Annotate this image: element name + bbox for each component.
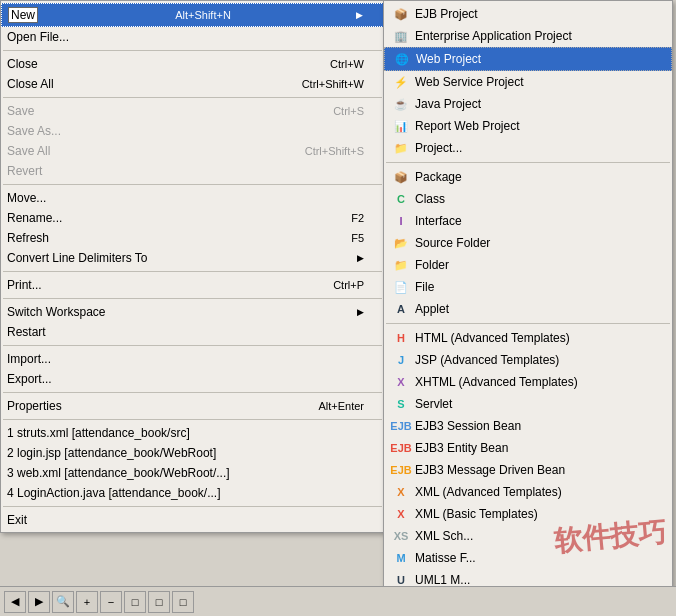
- menu-item-new[interactable]: NewAlt+Shift+N▶: [1, 3, 384, 27]
- menu-item-convert[interactable]: Convert Line Delimiters To▶: [1, 248, 384, 268]
- sourcefolder-icon: 📂: [392, 235, 410, 251]
- project-icon: 📁: [392, 140, 410, 156]
- menu-item-label: Import...: [7, 352, 364, 366]
- toolbar-button-0[interactable]: ◀: [4, 591, 26, 613]
- menu-item-import[interactable]: Import...: [1, 349, 384, 369]
- toolbar-button-2[interactable]: 🔍: [52, 591, 74, 613]
- menu-item-move[interactable]: Move...: [1, 188, 384, 208]
- sub-menu-item-enterprise-app[interactable]: 🏢Enterprise Application Project: [384, 25, 672, 47]
- menu-item-rename[interactable]: Rename...F2: [1, 208, 384, 228]
- ejbmsg-icon: EJB: [392, 462, 410, 478]
- java-icon: ☕: [392, 96, 410, 112]
- sub-menu-item-web-project[interactable]: 🌐Web Project: [384, 47, 672, 71]
- toolbar-button-1[interactable]: ▶: [28, 591, 50, 613]
- menu-item-recent1[interactable]: 1 struts.xml [attendance_book/src]: [1, 423, 384, 443]
- sub-menu-item-ejb-msg[interactable]: EJBEJB3 Message Driven Bean: [384, 459, 672, 481]
- sub-menu-item-label: EJB3 Session Bean: [415, 419, 664, 433]
- menu-item-open-file[interactable]: Open File...: [1, 27, 384, 47]
- toolbar-button-7[interactable]: □: [172, 591, 194, 613]
- sub-menu-item-java-project[interactable]: ☕Java Project: [384, 93, 672, 115]
- sub-menu-item-label: XML (Basic Templates): [415, 507, 664, 521]
- menu-divider: [3, 506, 382, 507]
- sub-menu-item-file[interactable]: 📄File: [384, 276, 672, 298]
- sub-menu-item-xhtml-advanced[interactable]: XXHTML (Advanced Templates): [384, 371, 672, 393]
- menu-divider: [3, 419, 382, 420]
- sub-menu-item-ejb-entity[interactable]: EJBEJB3 Entity Bean: [384, 437, 672, 459]
- menu-item-print[interactable]: Print...Ctrl+P: [1, 275, 384, 295]
- menu-item-recent3[interactable]: 3 web.xml [attendance_book/WebRoot/...]: [1, 463, 384, 483]
- sub-menu-item-applet[interactable]: AApplet: [384, 298, 672, 320]
- menu-item-label: Save: [7, 104, 313, 118]
- sub-menu-item-interface[interactable]: IInterface: [384, 210, 672, 232]
- sub-menu-item-label: HTML (Advanced Templates): [415, 331, 664, 345]
- sub-menu-item-label: XHTML (Advanced Templates): [415, 375, 664, 389]
- sub-menu-item-xml-basic[interactable]: XXML (Basic Templates): [384, 503, 672, 525]
- sub-menu-item-label: Matisse F...: [415, 551, 664, 565]
- sub-menu-item-servlet[interactable]: SServlet: [384, 393, 672, 415]
- sub-menu-item-label: EJB3 Entity Bean: [415, 441, 664, 455]
- menu-item-recent4[interactable]: 4 LoginAction.java [attendance_book/...]: [1, 483, 384, 503]
- sub-menu-item-label: Web Project: [416, 52, 663, 66]
- menu-item-restart[interactable]: Restart: [1, 322, 384, 342]
- menu-item-close[interactable]: CloseCtrl+W: [1, 54, 384, 74]
- sub-menu-item-folder[interactable]: 📁Folder: [384, 254, 672, 276]
- menu-divider: [3, 298, 382, 299]
- sub-menu-item-label: UML1 M...: [415, 573, 664, 587]
- web-icon: 🌐: [393, 51, 411, 67]
- sub-menu-item-label: Source Folder: [415, 236, 664, 250]
- menu-item-label: Open File...: [7, 30, 364, 44]
- sub-menu-item-matisse[interactable]: MMatisse F...: [384, 547, 672, 569]
- menu-item-exit[interactable]: Exit: [1, 510, 384, 530]
- menu-item-label: Convert Line Delimiters To: [7, 251, 349, 265]
- toolbar-button-5[interactable]: □: [124, 591, 146, 613]
- toolbar-button-3[interactable]: +: [76, 591, 98, 613]
- main-menu: NewAlt+Shift+N▶Open File...CloseCtrl+WCl…: [0, 0, 385, 533]
- sub-menu-item-xml-advanced[interactable]: XXML (Advanced Templates): [384, 481, 672, 503]
- submenu-arrow-icon: ▶: [357, 307, 364, 317]
- sub-menu-item-class[interactable]: CClass: [384, 188, 672, 210]
- sub-menu-item-ejb-project[interactable]: 📦EJB Project: [384, 3, 672, 25]
- sub-menu-item-label: Project...: [415, 141, 664, 155]
- menu-item-export[interactable]: Export...: [1, 369, 384, 389]
- sub-menu-item-label: Report Web Project: [415, 119, 664, 133]
- menu-item-recent2[interactable]: 2 login.jsp [attendance_book/WebRoot]: [1, 443, 384, 463]
- webservice-icon: ⚡: [392, 74, 410, 90]
- sub-menu-item-ejb-session[interactable]: EJBEJB3 Session Bean: [384, 415, 672, 437]
- sub-menu-item-package[interactable]: 📦Package: [384, 166, 672, 188]
- sub-menu-divider: [386, 162, 670, 163]
- menu-item-label: Export...: [7, 372, 364, 386]
- ejb-icon: 📦: [392, 6, 410, 22]
- sub-menu-item-jsp-advanced[interactable]: JJSP (Advanced Templates): [384, 349, 672, 371]
- sub-menu-item-web-service-project[interactable]: ⚡Web Service Project: [384, 71, 672, 93]
- submenu-arrow-icon: ▶: [357, 253, 364, 263]
- sub-menu-item-label: Enterprise Application Project: [415, 29, 664, 43]
- sub-menu-item-html-advanced[interactable]: HHTML (Advanced Templates): [384, 327, 672, 349]
- toolbar-button-6[interactable]: □: [148, 591, 170, 613]
- toolbar-button-4[interactable]: −: [100, 591, 122, 613]
- xmlsch-icon: XS: [392, 528, 410, 544]
- sub-menu-item-project[interactable]: 📁Project...: [384, 137, 672, 159]
- menu-item-label: Restart: [7, 325, 364, 339]
- menu-item-label: Move...: [7, 191, 364, 205]
- menu-item-new-box: New: [8, 7, 38, 23]
- sub-menu-item-xml-schema[interactable]: XSXML Sch...: [384, 525, 672, 547]
- menu-item-close-all[interactable]: Close AllCtrl+Shift+W: [1, 74, 384, 94]
- ejbsession-icon: EJB: [392, 418, 410, 434]
- class-icon: C: [392, 191, 410, 207]
- sub-menu-item-label: Interface: [415, 214, 664, 228]
- sub-menu-item-report-web-project[interactable]: 📊Report Web Project: [384, 115, 672, 137]
- sub-menu-item-label: XML (Advanced Templates): [415, 485, 664, 499]
- menu-shortcut: Ctrl+S: [333, 105, 364, 117]
- xmlbasic-icon: X: [392, 506, 410, 522]
- sub-menu-item-source-folder[interactable]: 📂Source Folder: [384, 232, 672, 254]
- menu-item-properties[interactable]: PropertiesAlt+Enter: [1, 396, 384, 416]
- menu-shortcut: Ctrl+W: [330, 58, 364, 70]
- sub-menu-item-label: EJB Project: [415, 7, 664, 21]
- menu-item-label: 3 web.xml [attendance_book/WebRoot/...]: [7, 466, 364, 480]
- menu-item-refresh[interactable]: RefreshF5: [1, 228, 384, 248]
- menu-item-switch-workspace[interactable]: Switch Workspace▶: [1, 302, 384, 322]
- menu-item-label: Properties: [7, 399, 298, 413]
- sub-menu: 📦EJB Project🏢Enterprise Application Proj…: [383, 0, 673, 616]
- sub-menu-item-label: Folder: [415, 258, 664, 272]
- menu-item-save-all: Save AllCtrl+Shift+S: [1, 141, 384, 161]
